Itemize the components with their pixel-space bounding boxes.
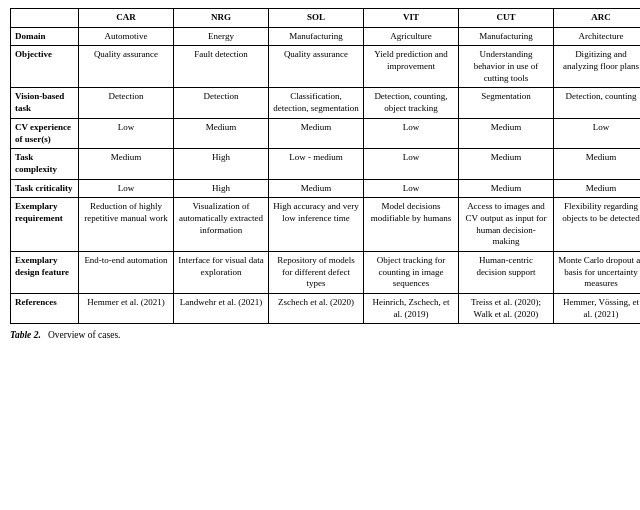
- cell-r5-c4: Medium: [459, 179, 554, 198]
- cell-r8-c5: Hemmer, Vössing, et al. (2021): [554, 294, 641, 324]
- cell-r1-c1: Fault detection: [174, 46, 269, 88]
- cell-r5-c1: High: [174, 179, 269, 198]
- cell-r6-c2: High accuracy and very low inference tim…: [269, 198, 364, 252]
- cell-r1-c0: Quality assurance: [79, 46, 174, 88]
- row-header-8: References: [11, 294, 79, 324]
- cell-r4-c5: Medium: [554, 149, 641, 179]
- cell-r2-c1: Detection: [174, 88, 269, 118]
- cell-r5-c2: Medium: [269, 179, 364, 198]
- cell-r0-c5: Architecture: [554, 27, 641, 46]
- table-row: ReferencesHemmer et al. (2021)Landwehr e…: [11, 294, 641, 324]
- cell-r7-c5: Monte Carlo dropout as basis for uncerta…: [554, 252, 641, 294]
- cell-r1-c3: Yield prediction and improvement: [364, 46, 459, 88]
- cell-r0-c3: Agriculture: [364, 27, 459, 46]
- cell-r8-c2: Zschech et al. (2020): [269, 294, 364, 324]
- cell-r0-c1: Energy: [174, 27, 269, 46]
- cell-r0-c0: Automotive: [79, 27, 174, 46]
- cell-r6-c0: Reduction of highly repetitive manual wo…: [79, 198, 174, 252]
- table-row: DomainAutomotiveEnergyManufacturingAgric…: [11, 27, 641, 46]
- cell-r4-c0: Medium: [79, 149, 174, 179]
- cell-r6-c5: Flexibility regarding objects to be dete…: [554, 198, 641, 252]
- row-header-4: Task complexity: [11, 149, 79, 179]
- cell-r3-c4: Medium: [459, 118, 554, 148]
- cell-r2-c5: Detection, counting: [554, 88, 641, 118]
- table-row: Task complexityMediumHighLow - mediumLow…: [11, 149, 641, 179]
- cell-r7-c3: Object tracking for counting in image se…: [364, 252, 459, 294]
- cell-r3-c5: Low: [554, 118, 641, 148]
- cell-r8-c0: Hemmer et al. (2021): [79, 294, 174, 324]
- cell-r0-c4: Manufacturing: [459, 27, 554, 46]
- col-header-sol: SOL: [269, 9, 364, 28]
- cell-r4-c2: Low - medium: [269, 149, 364, 179]
- cell-r2-c0: Detection: [79, 88, 174, 118]
- row-header-6: Exemplary requirement: [11, 198, 79, 252]
- caption-text: Overview of cases.: [48, 330, 121, 340]
- cell-r3-c0: Low: [79, 118, 174, 148]
- col-header-car: CAR: [79, 9, 174, 28]
- row-header-1: Objective: [11, 46, 79, 88]
- cell-r6-c4: Access to images and CV output as input …: [459, 198, 554, 252]
- cell-r8-c3: Heinrich, Zschech, et al. (2019): [364, 294, 459, 324]
- cell-r2-c4: Segmentation: [459, 88, 554, 118]
- cell-r7-c1: Interface for visual data exploration: [174, 252, 269, 294]
- table-row: Task criticalityLowHighMediumLowMediumMe…: [11, 179, 641, 198]
- cell-r6-c1: Visualization of automatically extracted…: [174, 198, 269, 252]
- cell-r6-c3: Model decisions modifiable by humans: [364, 198, 459, 252]
- cell-r7-c2: Repository of models for different defec…: [269, 252, 364, 294]
- col-header-empty: [11, 9, 79, 28]
- table-row: Exemplary design featureEnd-to-end autom…: [11, 252, 641, 294]
- cell-r1-c2: Quality assurance: [269, 46, 364, 88]
- cell-r7-c4: Human-centric decision support: [459, 252, 554, 294]
- table-caption: Table 2. Overview of cases.: [10, 330, 630, 340]
- row-header-7: Exemplary design feature: [11, 252, 79, 294]
- cell-r4-c3: Low: [364, 149, 459, 179]
- col-header-arc: ARC: [554, 9, 641, 28]
- cell-r3-c3: Low: [364, 118, 459, 148]
- cell-r4-c4: Medium: [459, 149, 554, 179]
- table-row: Vision-based taskDetectionDetectionClass…: [11, 88, 641, 118]
- col-header-nrg: NRG: [174, 9, 269, 28]
- cell-r4-c1: High: [174, 149, 269, 179]
- cell-r3-c2: Medium: [269, 118, 364, 148]
- row-header-3: CV experience of user(s): [11, 118, 79, 148]
- row-header-5: Task criticality: [11, 179, 79, 198]
- cell-r1-c4: Understanding behavior in use of cutting…: [459, 46, 554, 88]
- cell-r2-c2: Classification, detection, segmentation: [269, 88, 364, 118]
- caption-label: Table 2.: [10, 330, 41, 340]
- cell-r7-c0: End-to-end automation: [79, 252, 174, 294]
- cell-r3-c1: Medium: [174, 118, 269, 148]
- col-header-cut: CUT: [459, 9, 554, 28]
- row-header-0: Domain: [11, 27, 79, 46]
- cell-r0-c2: Manufacturing: [269, 27, 364, 46]
- cell-r1-c5: Digitizing and analyzing floor plans: [554, 46, 641, 88]
- table-row: ObjectiveQuality assuranceFault detectio…: [11, 46, 641, 88]
- col-header-vit: VIT: [364, 9, 459, 28]
- cell-r5-c3: Low: [364, 179, 459, 198]
- row-header-2: Vision-based task: [11, 88, 79, 118]
- cell-r5-c5: Medium: [554, 179, 641, 198]
- cell-r2-c3: Detection, counting, object tracking: [364, 88, 459, 118]
- table-row: Exemplary requirementReduction of highly…: [11, 198, 641, 252]
- cell-r5-c0: Low: [79, 179, 174, 198]
- table-row: CV experience of user(s)LowMediumMediumL…: [11, 118, 641, 148]
- cell-r8-c4: Treiss et al. (2020); Walk et al. (2020): [459, 294, 554, 324]
- cell-r8-c1: Landwehr et al. (2021): [174, 294, 269, 324]
